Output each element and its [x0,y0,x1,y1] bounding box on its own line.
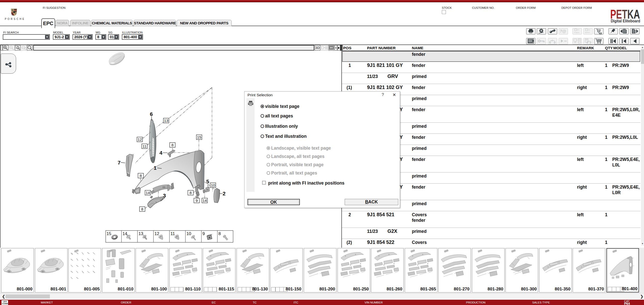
svg-text:?@: ?@ [560,29,566,33]
svg-text:12: 12 [137,137,142,142]
svg-text:DEPOT: DEPOT [585,32,590,34]
svg-text:100%: 100% [22,47,26,49]
svg-text:PIWIS: PIWIS [574,32,579,34]
svg-text:13: 13 [138,231,143,236]
svg-text:3D: 3D [315,46,320,50]
svg-text:4: 4 [159,150,162,156]
svg-text:15: 15 [106,231,111,236]
svg-text:14: 14 [123,231,127,236]
svg-text:9: 9 [196,198,198,203]
svg-text:8: 8 [171,143,174,147]
svg-text:13: 13 [164,118,168,123]
svg-text:8: 8 [190,191,192,195]
svg-text:6: 6 [150,111,153,117]
svg-text:15: 15 [197,135,201,139]
svg-text:14: 14 [146,191,150,195]
svg-text:8: 8 [219,231,221,236]
svg-text:3: 3 [163,193,166,198]
svg-text:Digital Eliteboard: Digital Eliteboard [611,19,640,23]
svg-text:11: 11 [170,231,175,236]
svg-text:2: 2 [223,191,226,196]
svg-text:5: 5 [206,179,209,184]
svg-text:1: 1 [154,165,157,171]
svg-text:8: 8 [140,173,142,178]
svg-text:14: 14 [202,198,207,203]
svg-text:10: 10 [211,183,215,187]
svg-text:10: 10 [187,231,191,236]
svg-text:9: 9 [202,231,205,236]
svg-text:7: 7 [118,160,121,165]
svg-text:11: 11 [142,144,147,148]
svg-text:8: 8 [141,207,144,211]
svg-text:12: 12 [155,231,159,236]
svg-text:P O R S C H E: P O R S C H E [5,18,24,20]
